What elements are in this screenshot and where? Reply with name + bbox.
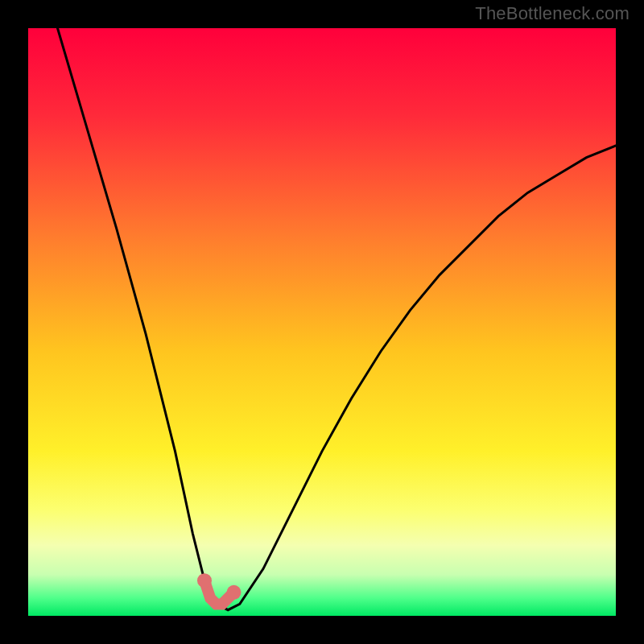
bottleneck-highlight xyxy=(197,573,242,604)
watermark-text: TheBottleneck.com xyxy=(475,3,630,24)
curve-layer xyxy=(28,28,616,616)
bottleneck-curve xyxy=(58,28,617,610)
highlight-dot xyxy=(197,573,212,588)
plot-area xyxy=(28,28,616,616)
highlight-dot xyxy=(227,585,242,600)
chart-frame: TheBottleneck.com xyxy=(0,0,644,644)
